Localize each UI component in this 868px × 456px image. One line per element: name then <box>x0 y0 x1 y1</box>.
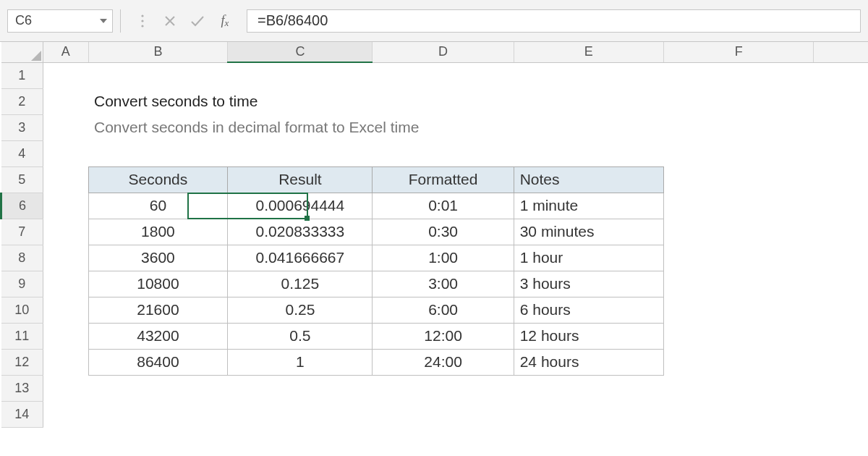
fx-icon[interactable]: fx <box>216 12 234 30</box>
cell[interactable] <box>814 166 868 193</box>
cell-seconds[interactable]: 60 <box>88 193 228 219</box>
spreadsheet[interactable]: A B C D E F G H 1 2 Convert seconds to t… <box>0 42 868 428</box>
cell[interactable] <box>664 245 814 271</box>
cell-seconds[interactable]: 43200 <box>88 323 228 349</box>
cell[interactable] <box>664 401 814 427</box>
cell[interactable] <box>664 219 814 245</box>
cell[interactable] <box>664 323 814 349</box>
cell-result[interactable]: 0.041666667 <box>228 245 373 271</box>
cell-notes[interactable]: 6 hours <box>514 297 663 323</box>
cell[interactable] <box>664 375 814 401</box>
cell-seconds[interactable]: 10800 <box>88 271 228 297</box>
name-box-dropdown-icon[interactable] <box>95 10 112 32</box>
cell[interactable] <box>43 62 88 88</box>
cell[interactable] <box>43 140 88 166</box>
row-header-12[interactable]: 12 <box>1 349 43 375</box>
cell[interactable] <box>373 140 514 166</box>
row-header-7[interactable]: 7 <box>1 219 43 245</box>
cell-result[interactable]: 0.125 <box>228 271 373 297</box>
cell-formatted[interactable]: 24:00 <box>373 349 514 375</box>
cell-notes[interactable]: 3 hours <box>514 271 663 297</box>
cell[interactable] <box>814 271 868 297</box>
subtitle-cell[interactable]: Convert seconds in decimal format to Exc… <box>88 114 814 140</box>
cell[interactable] <box>43 323 88 349</box>
cell-result[interactable]: 0.25 <box>228 297 373 323</box>
cell[interactable] <box>664 193 814 219</box>
cell-result[interactable]: 0.5 <box>228 323 373 349</box>
cell[interactable] <box>664 349 814 375</box>
cell[interactable] <box>43 114 88 140</box>
cell[interactable] <box>88 375 228 401</box>
cell[interactable] <box>664 166 814 193</box>
cell-notes[interactable]: 30 minutes <box>514 219 663 245</box>
cell[interactable] <box>514 62 663 88</box>
cell[interactable] <box>228 62 373 88</box>
cell[interactable] <box>814 323 868 349</box>
cell-notes[interactable]: 1 minute <box>514 193 663 219</box>
name-box[interactable]: C6 <box>8 10 95 32</box>
select-all-corner[interactable] <box>1 42 43 62</box>
cell[interactable] <box>88 401 228 427</box>
cell-formatted[interactable]: 6:00 <box>373 297 514 323</box>
title-cell[interactable]: Convert seconds to time <box>88 88 663 114</box>
cell[interactable] <box>43 88 88 114</box>
grid-area[interactable]: A B C D E F G H 1 2 Convert seconds to t… <box>0 42 868 456</box>
cell[interactable] <box>664 88 814 114</box>
cell[interactable] <box>43 166 88 193</box>
cell-seconds[interactable]: 1800 <box>88 219 228 245</box>
row-header-6[interactable]: 6 <box>1 193 43 219</box>
row-header-1[interactable]: 1 <box>1 62 43 88</box>
formula-input[interactable]: =B6/86400 <box>247 9 861 33</box>
row-header-2[interactable]: 2 <box>1 88 43 114</box>
cell[interactable] <box>43 349 88 375</box>
cell[interactable] <box>814 375 868 401</box>
cell[interactable] <box>814 219 868 245</box>
cell-seconds[interactable]: 21600 <box>88 297 228 323</box>
hdr-formatted[interactable]: Formatted <box>373 166 514 193</box>
cell-result[interactable]: 0.000694444 <box>228 193 373 219</box>
row-header-4[interactable]: 4 <box>1 140 43 166</box>
cell[interactable] <box>373 62 514 88</box>
cell[interactable] <box>514 401 663 427</box>
cell[interactable] <box>88 140 228 166</box>
name-box-wrap[interactable]: C6 <box>7 9 113 33</box>
cell[interactable] <box>814 62 868 88</box>
cell[interactable] <box>514 140 663 166</box>
cell-result[interactable]: 0.020833333 <box>228 219 373 245</box>
row-header-5[interactable]: 5 <box>1 166 43 193</box>
cell[interactable] <box>664 140 814 166</box>
cell-formatted[interactable]: 12:00 <box>373 323 514 349</box>
row-header-11[interactable]: 11 <box>1 323 43 349</box>
hdr-notes[interactable]: Notes <box>514 166 663 193</box>
cell[interactable] <box>814 140 868 166</box>
cell[interactable] <box>373 375 514 401</box>
cell[interactable] <box>814 349 868 375</box>
cell[interactable] <box>43 245 88 271</box>
cell[interactable] <box>664 271 814 297</box>
cell-result[interactable]: 1 <box>228 349 373 375</box>
hdr-result[interactable]: Result <box>228 166 373 193</box>
cell-seconds[interactable]: 3600 <box>88 245 228 271</box>
col-header-G[interactable]: G <box>814 42 868 62</box>
row-header-13[interactable]: 13 <box>1 375 43 401</box>
enter-icon[interactable] <box>189 12 206 30</box>
row-header-14[interactable]: 14 <box>1 401 43 427</box>
col-header-A[interactable]: A <box>43 42 88 62</box>
cell[interactable] <box>814 297 868 323</box>
cell[interactable] <box>814 245 868 271</box>
row-header-9[interactable]: 9 <box>1 271 43 297</box>
cell-notes[interactable]: 12 hours <box>514 323 663 349</box>
cell[interactable] <box>43 401 88 427</box>
cell[interactable] <box>228 401 373 427</box>
col-header-D[interactable]: D <box>373 42 514 62</box>
cell-formatted[interactable]: 0:01 <box>373 193 514 219</box>
cell[interactable] <box>43 297 88 323</box>
cell[interactable] <box>43 271 88 297</box>
row-header-8[interactable]: 8 <box>1 245 43 271</box>
row-header-3[interactable]: 3 <box>1 114 43 140</box>
cell[interactable] <box>43 375 88 401</box>
cell[interactable] <box>88 62 228 88</box>
cell[interactable] <box>228 375 373 401</box>
cell[interactable] <box>664 62 814 88</box>
cell[interactable] <box>228 140 373 166</box>
